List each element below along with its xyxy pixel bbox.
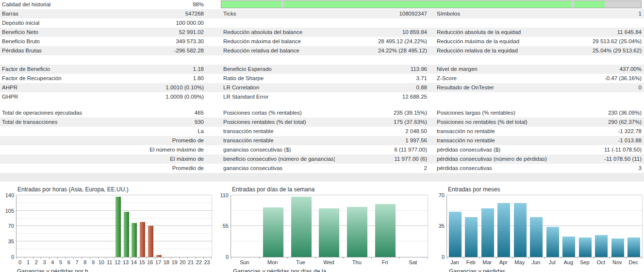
chart-bar (347, 207, 367, 257)
stat-value: -0.47 (36.16%) (556, 74, 644, 83)
x-axis-tick (447, 257, 447, 259)
stat-value: El número máximo de (126, 145, 209, 154)
chart-bar (319, 208, 339, 257)
stat-value: 12 688.25 (335, 92, 429, 102)
stat-label (0, 154, 126, 164)
stat-value (556, 92, 644, 102)
stat-label: ganancias consecutivas ($) (209, 145, 335, 154)
quality-segment-gray (571, 1, 575, 8)
stat-label (429, 92, 556, 102)
x-axis-tick (106, 257, 106, 259)
table-row: GHPR1.0009 (0.09%)LR Standard Error12 68… (0, 92, 644, 102)
stat-value (335, 18, 429, 28)
stat-value: -296 582.28 (126, 46, 209, 55)
stat-value: 98% (126, 0, 209, 9)
table-row: El máximo debeneficio consecutivo (númer… (0, 154, 644, 164)
x-axis-label: Jul (544, 259, 561, 265)
x-axis-label: Aug (561, 259, 577, 265)
x-axis-label: Dec (626, 259, 642, 265)
stat-value: 28 495.12 (24.22%) (335, 37, 429, 46)
x-axis-label: 4 (49, 259, 57, 265)
x-axis-tick (371, 257, 372, 259)
stat-value: Promedio de (126, 136, 209, 145)
stat-label: Beneficio Esperado (209, 65, 335, 74)
stat-label: transacción rentable (209, 136, 335, 145)
x-axis-tick (57, 257, 58, 259)
x-axis-tick (82, 257, 82, 259)
x-axis-tick (131, 257, 131, 259)
quality-segment-green (221, 1, 281, 8)
stat-value: -1 322.78 (556, 127, 644, 136)
stat-value: 547268 (126, 9, 209, 18)
chart-bar (627, 238, 640, 257)
y-axis-label: 35 (431, 223, 445, 229)
x-axis-label: May (512, 259, 528, 265)
stat-label: Reducción relativa de la equidad (429, 46, 556, 55)
table-row: Latransacción rentable2 048.50transacció… (0, 127, 644, 136)
stat-label: Factor de Recuperación (0, 74, 126, 83)
y-axis-label: 70 (431, 192, 445, 198)
table-row: AHPR1.0010 (0.10%)LR Correlation0.88Resu… (0, 83, 644, 92)
chart-entries-by-month: Entradas por meses03570JanFebMarAprMayJu… (432, 184, 644, 272)
x-axis-tick (122, 257, 123, 259)
gridline (447, 210, 642, 211)
x-axis-label: 19 (170, 259, 179, 265)
gridline (17, 203, 212, 203)
stat-label: Reducción relativa del balance (209, 46, 335, 55)
x-axis-label: 21 (187, 259, 195, 265)
clipped-next-chart-title: Ganancias y pérdidas (449, 268, 505, 272)
stat-label: Calidad del historial (0, 0, 126, 9)
chart-title: Entradas por días de la semana (232, 186, 314, 193)
chart-title: Entradas por meses (448, 186, 500, 193)
x-axis-label: Sep (577, 259, 593, 265)
x-axis-label: Sun (231, 259, 259, 265)
table-row: Beneficio Bruto349 573.30Reducción máxim… (0, 37, 644, 46)
table-row: Pérdidas Brutas-296 582.28Reducción rela… (0, 46, 644, 55)
backtest-report: Calidad del historial98%Barras547268Tick… (0, 0, 644, 272)
table-row: Calidad del historial98% (0, 0, 644, 9)
stat-value: 290 (62.37%) (556, 118, 644, 127)
stat-label: Nivel de margen (429, 65, 556, 74)
y-axis-label: 140 (0, 192, 14, 198)
table-row: Barras547268Ticks108092347Símbolos1 (0, 9, 644, 18)
stat-label: Ratio de Sharpe (209, 74, 335, 83)
x-axis-tick (577, 257, 578, 259)
stat-value: 10 859.84 (335, 28, 429, 37)
stat-value: -11 078.50 (11) (556, 154, 644, 164)
gridline (17, 225, 212, 226)
stat-label: Pérdidas Brutas (0, 46, 126, 55)
stat-value: 930 (126, 118, 209, 127)
x-axis-tick (203, 257, 204, 259)
x-axis-tick (171, 257, 171, 259)
gridline (17, 249, 212, 249)
stat-value: 1.80 (126, 74, 209, 83)
gridline (17, 195, 212, 195)
stat-value: 465 (126, 108, 209, 118)
stat-value: 2 048.50 (335, 127, 429, 136)
stat-label: Depósito inicial (0, 18, 126, 28)
stat-value: 0.88 (335, 83, 429, 92)
x-axis-tick (196, 257, 196, 259)
stat-value: Promedio de (126, 164, 209, 173)
x-axis-tick (642, 257, 642, 259)
table-row: Depósito inicial100 000.00 (0, 18, 644, 28)
stat-value: 230 (36.09%) (556, 108, 644, 118)
x-axis-tick (211, 257, 212, 259)
chart-bar (530, 217, 543, 257)
x-axis-label: Jun (528, 259, 545, 265)
stat-label: transacción no rentable (429, 127, 556, 136)
stat-label: Beneficio Bruto (0, 37, 126, 46)
stat-label: Beneficio Neto (0, 28, 126, 37)
x-axis-tick (187, 257, 188, 259)
x-axis-tick (463, 257, 464, 259)
x-axis-label: Mar (479, 259, 495, 265)
x-axis-label: Tue (287, 259, 315, 265)
stat-label (0, 145, 126, 154)
stat-value: 24.22% (28 495.12) (335, 46, 429, 55)
x-axis-label: 20 (179, 259, 187, 265)
table-row: El número máximo deganancias consecutiva… (0, 145, 644, 154)
x-axis-label: 10 (98, 259, 106, 265)
x-axis-label: 12 (114, 259, 122, 265)
x-axis-tick (626, 257, 627, 259)
x-axis-label: 0 (16, 259, 24, 265)
